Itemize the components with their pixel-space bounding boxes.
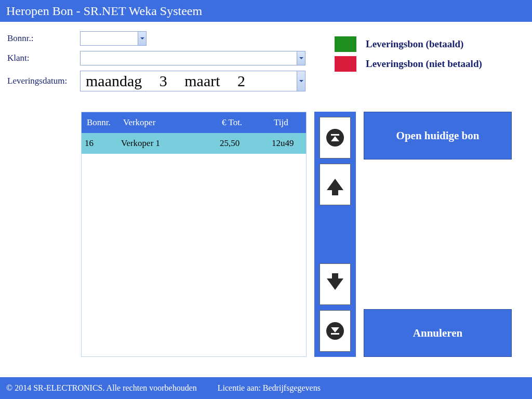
scroll-down-button[interactable] bbox=[320, 263, 351, 305]
col-header-tijd: Tijd bbox=[271, 117, 302, 128]
cell-bonnr: 16 bbox=[82, 138, 118, 149]
cancel-label: Annuleren bbox=[413, 327, 462, 340]
legend-paid: Leveringsbon (betaald) bbox=[335, 36, 511, 52]
scroll-last-button[interactable] bbox=[320, 310, 351, 352]
date-value: maandag 3 maart 2 bbox=[86, 72, 245, 90]
bonnr-combo[interactable] bbox=[80, 31, 147, 46]
receipts-table: Bonnr. Verkoper € Tot. Tijd 16 Verkoper … bbox=[81, 112, 307, 357]
legend-paid-label: Leveringsbon (betaald) bbox=[366, 38, 463, 50]
open-current-label: Open huidige bon bbox=[396, 129, 480, 142]
date-label: Leveringsdatum: bbox=[5, 76, 80, 86]
title-bar: Heropen Bon - SR.NET Weka Systeem bbox=[0, 0, 532, 22]
bonnr-label: Bonnr.: bbox=[5, 33, 80, 44]
cell-tijd: 12u49 bbox=[269, 138, 300, 149]
cell-tot: 25,50 bbox=[217, 138, 269, 149]
scroll-bottom-icon bbox=[326, 322, 344, 340]
status-bar: © 2014 SR-ELECTRONICS. Alle rechten voor… bbox=[0, 377, 532, 399]
legend: Leveringsbon (betaald) Leveringsbon (nie… bbox=[335, 36, 511, 76]
col-header-bonnr: Bonnr. bbox=[84, 117, 120, 128]
arrow-down-icon bbox=[327, 278, 343, 290]
arrow-up-icon bbox=[327, 179, 343, 190]
legend-unpaid-label: Leveringsbon (niet betaald) bbox=[366, 58, 482, 70]
action-panel: Open huidige bon Annuleren bbox=[364, 112, 512, 357]
cancel-button[interactable]: Annuleren bbox=[364, 309, 512, 357]
license-text: Licentie aan: Bedrijfsgegevens bbox=[218, 383, 321, 393]
klant-combo[interactable] bbox=[80, 51, 305, 65]
chevron-down-icon bbox=[138, 32, 146, 45]
table-row[interactable]: 16 Verkoper 1 25,50 12u49 bbox=[82, 133, 306, 154]
swatch-paid bbox=[335, 36, 356, 52]
scroll-top-icon bbox=[326, 129, 344, 147]
copyright-text: © 2014 SR-ELECTRONICS. Alle rechten voor… bbox=[6, 383, 197, 393]
col-header-tot: € Tot. bbox=[219, 117, 271, 128]
nav-panel bbox=[314, 112, 356, 357]
klant-label: Klant: bbox=[5, 53, 80, 63]
table-header: Bonnr. Verkoper € Tot. Tijd bbox=[82, 112, 306, 133]
open-current-button[interactable]: Open huidige bon bbox=[364, 112, 512, 159]
swatch-unpaid bbox=[335, 56, 356, 72]
chevron-down-icon bbox=[297, 51, 305, 65]
scroll-up-button[interactable] bbox=[320, 164, 351, 205]
scroll-first-button[interactable] bbox=[320, 117, 351, 158]
date-combo[interactable]: maandag 3 maart 2 bbox=[80, 71, 305, 91]
cell-verkoper: Verkoper 1 bbox=[118, 138, 217, 149]
chevron-down-icon bbox=[297, 71, 305, 91]
col-header-verkoper: Verkoper bbox=[120, 117, 219, 128]
app-title: Heropen Bon - SR.NET Weka Systeem bbox=[6, 4, 202, 18]
legend-unpaid: Leveringsbon (niet betaald) bbox=[335, 56, 511, 72]
